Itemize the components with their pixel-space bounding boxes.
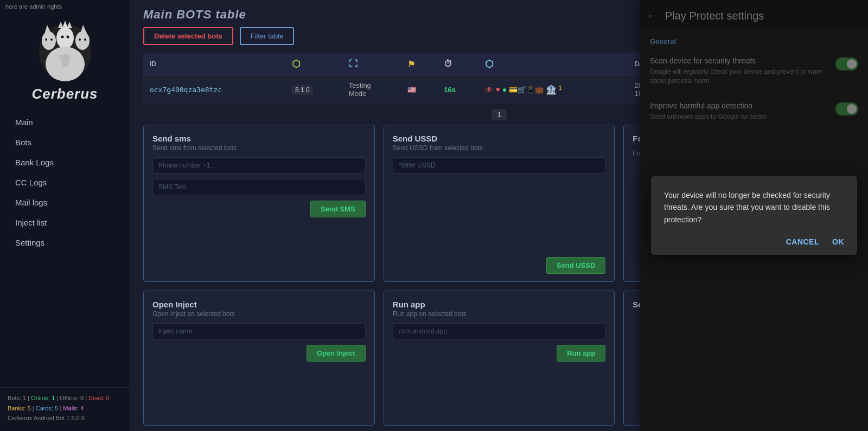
send-sms-title-text: Send sms xyxy=(152,134,366,143)
open-inject-subtitle: Open Inject on selected bots xyxy=(152,310,366,318)
open-inject-title-text: Open Inject xyxy=(152,300,366,309)
col-flag: ⚑ xyxy=(401,53,437,76)
dialog-actions: CANCEL OK xyxy=(664,237,844,246)
run-app-title-text: Run app xyxy=(393,300,606,309)
bot-time-cell: 16s xyxy=(437,76,478,104)
admin-label: here are admin rights xyxy=(5,3,62,10)
filter-table-button[interactable]: Filter table xyxy=(240,27,295,45)
mails-count: Mails: 4 xyxy=(63,405,84,411)
green-status-icon: ● xyxy=(502,85,507,94)
run-app-subtitle: Run app on selected bots xyxy=(393,310,606,318)
col-android-icon: ⬡ xyxy=(285,53,342,76)
offline-count: Offline: 0 xyxy=(60,395,84,401)
dialog-message: Your device will no longer be checked fo… xyxy=(664,189,844,226)
sidebar-item-bots[interactable]: Bots xyxy=(0,132,130,152)
run-app-input[interactable] xyxy=(393,323,606,339)
svg-point-11 xyxy=(45,38,47,41)
open-inject-panel: Open Inject Open Inject on selected bots… xyxy=(143,291,375,426)
send-ussd-button[interactable]: Send USSD xyxy=(546,257,606,274)
sidebar-item-main[interactable]: Main xyxy=(0,112,130,132)
bank-icon: 🏦 xyxy=(546,85,557,94)
sidebar-item-cc-logs[interactable]: CC Logs xyxy=(0,172,130,192)
network-icon: ⬡ xyxy=(485,59,494,69)
dialog-ok-button[interactable]: OK xyxy=(832,237,844,246)
sidebar: here are admin rights xyxy=(0,0,130,431)
run-app-title: Run app Run app on selected bots xyxy=(393,300,606,318)
sidebar-nav: Main Bots Bank Logs CC Logs Mail logs In… xyxy=(0,112,130,387)
send-sms-subtitle: Send sms from selected bots xyxy=(152,144,366,152)
bots-count: Bots: 1 xyxy=(8,395,26,401)
small-icons: 💳🛒📱💼 xyxy=(509,86,544,94)
open-inject-title: Open Inject Open Inject on selected bots xyxy=(152,300,366,318)
sidebar-item-bank-logs[interactable]: Bank Logs xyxy=(0,152,130,172)
heart-icon: ♥ xyxy=(495,85,500,94)
svg-point-13 xyxy=(79,38,81,41)
version-label: Cerberus Android Bot 1.5.0.9 xyxy=(8,415,85,421)
bot-id-cell: ocx7g400qza3e8tzc xyxy=(143,76,285,104)
col-timer: ⏱ xyxy=(437,53,478,76)
dialog-box: Your device will no longer be checked fo… xyxy=(651,176,857,255)
sidebar-footer: Bots: 1 | Online: 1 | Offline: 0 | Dead:… xyxy=(0,387,130,431)
col-id: ID xyxy=(143,53,285,76)
svg-point-4 xyxy=(42,31,56,50)
version-badge: 8.1.0 xyxy=(292,85,313,95)
bot-status-cell: 👁 ♥ ● 💳🛒📱💼 🏦 1 xyxy=(478,76,628,104)
sidebar-brand: Cerberus xyxy=(31,86,98,102)
send-sms-panel: Send sms Send sms from selected bots Sen… xyxy=(143,125,375,282)
dialog-cancel-button[interactable]: CANCEL xyxy=(786,237,819,246)
tag-icon: ⛶ xyxy=(349,59,358,68)
bot-mode-cell: TestingMode xyxy=(342,76,401,104)
sidebar-item-inject-list[interactable]: Inject list xyxy=(0,213,130,233)
send-ussd-title: Send USSD Send USSD from selected bots xyxy=(393,134,606,152)
send-sms-button[interactable]: Send SMS xyxy=(310,201,366,217)
send-ussd-title-text: Send USSD xyxy=(393,134,606,143)
eye-icon: 👁 xyxy=(485,85,493,94)
bot-flag-cell: 🇺🇸 xyxy=(401,76,437,104)
sidebar-logo xyxy=(30,15,100,86)
send-sms-title: Send sms Send sms from selected bots xyxy=(152,134,366,152)
col-status: ⬡ xyxy=(478,53,628,76)
sidebar-item-settings[interactable]: Settings xyxy=(0,233,130,253)
delete-selected-button[interactable]: Delete selected bots xyxy=(143,27,233,45)
bot-status-icons: 👁 ♥ ● 💳🛒📱💼 🏦 1 xyxy=(485,85,621,95)
svg-point-14 xyxy=(84,38,86,41)
timer-icon: ⏱ xyxy=(444,59,452,68)
main-content: Main BOTS table Delete selected bots Fil… xyxy=(130,0,868,431)
svg-point-6 xyxy=(75,31,90,50)
bot-version-cell: 8.1.0 xyxy=(285,76,342,104)
bank-icon-wrapper: 🏦 1 xyxy=(546,85,561,95)
android-icon: ⬡ xyxy=(292,59,301,69)
sms-text-input[interactable] xyxy=(152,179,366,195)
sidebar-item-mail-logs[interactable]: Mail logs xyxy=(0,192,130,213)
page-number[interactable]: 1 xyxy=(492,109,506,120)
ussd-input[interactable] xyxy=(393,157,606,173)
send-ussd-subtitle: Send USSD from selected bots xyxy=(393,144,606,152)
play-protect-panel: ← Play Protect settings General Scan dev… xyxy=(640,0,868,431)
dialog-backdrop: Your device will no longer be checked fo… xyxy=(640,0,868,431)
svg-point-2 xyxy=(56,27,74,49)
flag-col-icon: ⚑ xyxy=(407,60,415,69)
bank-count-badge: 1 xyxy=(559,85,562,91)
banks-count: Banks: 5 xyxy=(8,405,31,411)
svg-point-7 xyxy=(61,36,63,38)
phone-number-input[interactable] xyxy=(152,157,366,173)
send-ussd-panel: Send USSD Send USSD from selected bots S… xyxy=(384,125,615,282)
online-count: Online: 1 xyxy=(31,395,55,401)
col-tag: ⛶ xyxy=(342,53,401,76)
run-app-button[interactable]: Run app xyxy=(557,345,605,362)
run-app-panel: Run app Run app on selected bots Run app xyxy=(384,291,615,426)
svg-point-12 xyxy=(50,38,53,41)
inject-name-input[interactable] xyxy=(152,323,366,339)
open-inject-button[interactable]: Open Inject xyxy=(307,345,366,362)
cards-count: Cards: 5 xyxy=(36,405,59,411)
svg-point-8 xyxy=(66,36,69,38)
dead-count: Dead: 0 xyxy=(88,395,110,401)
page-title: Main BOTS table xyxy=(143,8,246,22)
